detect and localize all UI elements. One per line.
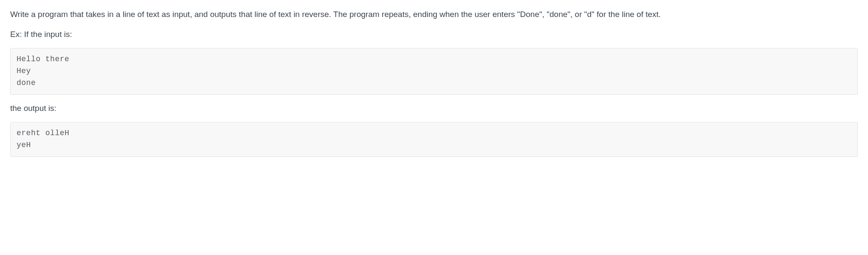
- example-input-block: Hello there Hey done: [10, 48, 858, 95]
- example-intro: Ex: If the input is:: [10, 28, 858, 41]
- example-output-block: ereht olleH yeH: [10, 122, 858, 157]
- output-intro: the output is:: [10, 102, 858, 115]
- problem-description: Write a program that takes in a line of …: [10, 8, 858, 21]
